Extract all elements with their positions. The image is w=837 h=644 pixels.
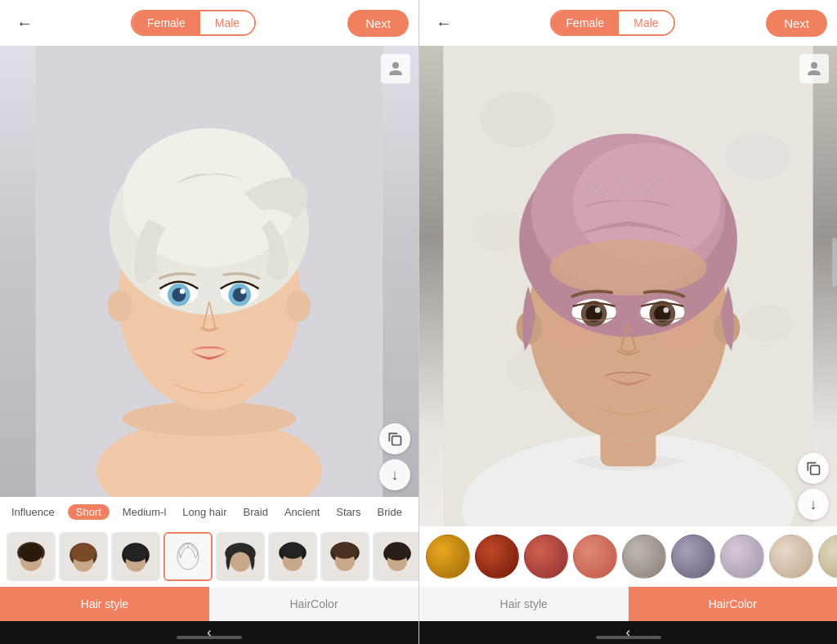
svg-point-72 [595,307,601,313]
right-bottom-tabs: Hair style HairColor [419,587,837,621]
svg-point-38 [231,552,250,571]
svg-point-5 [108,290,132,321]
left-nav-indicator [177,636,242,639]
style-tab-longhair[interactable]: Long hair [179,504,230,520]
left-female-button[interactable]: Female [132,11,200,34]
color-swatch-5[interactable] [622,534,666,579]
right-down-button[interactable]: ↓ [798,489,829,520]
style-tab-braid[interactable]: Braid [240,504,271,520]
svg-rect-2 [157,427,261,497]
hair-thumb-1[interactable] [7,532,56,581]
color-swatch-4[interactable] [573,534,617,579]
left-hair-thumbnails [0,526,418,587]
svg-point-16 [240,288,245,293]
svg-point-78 [811,62,817,69]
svg-point-26 [71,543,96,561]
right-avatar-icon [804,59,824,78]
right-panel: ← Female Male Next [418,0,837,644]
svg-point-46 [333,542,357,559]
right-gender-toggle: Female Male [550,10,675,36]
left-gender-toggle: Female Male [131,10,256,36]
color-swatch-2[interactable] [475,534,519,579]
right-male-button[interactable]: Male [619,11,673,34]
right-nav-bar: ‹ [419,621,837,644]
style-tab-influence[interactable]: Influence [8,504,58,520]
style-tab-short[interactable]: Short [68,504,110,520]
right-nav-indicator [596,636,661,639]
right-back-button[interactable]: ← [429,11,459,36]
right-down-icon: ↓ [810,496,817,513]
hair-thumb-3[interactable] [111,532,160,581]
color-swatch-3[interactable] [524,534,568,579]
right-scroll-handle[interactable] [832,238,837,287]
hair-thumb-6[interactable] [268,532,317,581]
color-swatch-9[interactable] [818,534,837,579]
svg-point-12 [180,288,185,293]
right-hairstyle-tab[interactable]: Hair style [419,587,629,621]
right-female-button[interactable]: Female [552,11,620,34]
svg-point-53 [725,133,790,180]
left-bottom-tabs: Hair style HairColor [0,587,418,621]
color-swatch-8[interactable] [769,534,813,579]
color-swatch-1[interactable] [426,534,470,579]
svg-point-42 [281,542,304,559]
left-style-tabs: Influence Short Medium-l Long hair Braid… [0,497,418,526]
svg-rect-31 [165,534,211,579]
svg-rect-79 [811,466,820,475]
style-tab-mediuml[interactable]: Medium-l [119,504,169,520]
hair-thumb-5[interactable] [216,532,265,581]
left-back-button[interactable]: ← [10,11,39,36]
avatar-icon [386,59,405,78]
left-main-image: ↓ [0,46,418,497]
left-hairstyle-tab[interactable]: Hair style [0,587,209,621]
hair-thumb-2[interactable] [59,532,108,581]
svg-rect-18 [392,436,401,445]
svg-point-68 [549,239,706,295]
svg-point-17 [392,62,399,69]
right-header: ← Female Male Next [419,0,837,46]
style-tab-ancient[interactable]: Ancient [281,504,323,520]
left-panel: ← Female Male Next [0,0,418,644]
right-avatar-placeholder[interactable] [799,54,829,83]
left-male-button[interactable]: Male [200,11,254,34]
left-down-button[interactable]: ↓ [379,459,410,490]
svg-point-54 [471,210,526,251]
right-next-button[interactable]: Next [766,10,827,37]
svg-point-55 [741,305,792,342]
svg-point-22 [20,543,43,561]
right-copy-icon [805,460,821,476]
hair-thumb-8[interactable] [373,532,418,581]
left-nav-bar: ‹ [0,621,418,644]
style-tab-bride[interactable]: Bride [374,504,405,520]
svg-point-52 [481,92,554,148]
svg-point-6 [286,290,311,321]
left-header: ← Female Male Next [0,0,418,46]
right-main-image: ↓ [419,46,837,526]
left-haircolor-tab[interactable]: HairColor [209,587,418,621]
copy-icon [387,431,403,447]
left-avatar-placeholder[interactable] [381,54,410,83]
hair-thumb-7[interactable] [320,532,369,581]
style-tab-stars[interactable]: Stars [333,504,364,520]
down-icon: ↓ [392,467,399,484]
svg-point-50 [385,542,410,560]
right-color-swatches [419,526,837,587]
right-copy-button[interactable] [798,453,829,484]
left-next-button[interactable]: Next [347,10,409,37]
left-copy-button[interactable] [379,423,410,454]
hair-thumb-4[interactable] [163,532,213,581]
color-swatch-7[interactable] [720,534,764,579]
right-haircolor-tab[interactable]: HairColor [629,587,838,621]
svg-point-30 [123,543,148,561]
svg-point-76 [663,307,669,313]
color-swatch-6[interactable] [671,534,715,579]
